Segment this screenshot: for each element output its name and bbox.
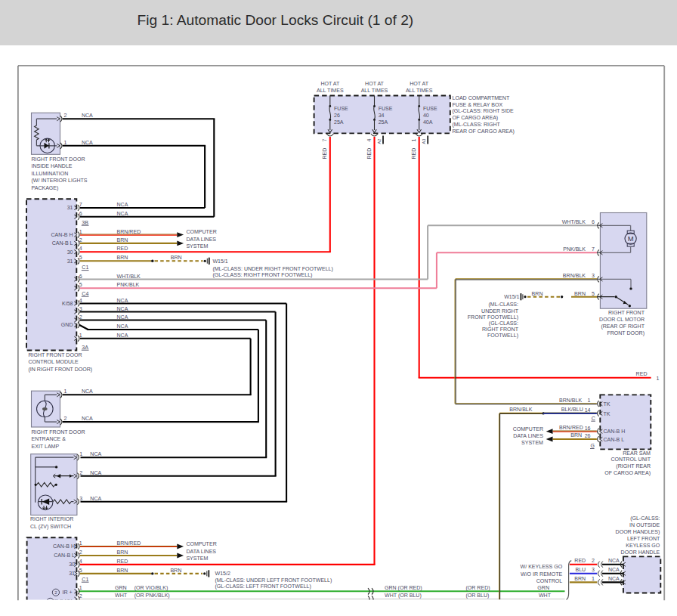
svg-text:NCA: NCA [82, 140, 93, 145]
svg-text:3: 3 [79, 306, 82, 311]
svg-text:PNK/BLK: PNK/BLK [563, 246, 586, 252]
svg-text:4: 4 [366, 139, 372, 142]
svg-text:WHT: WHT [539, 593, 552, 598]
svg-text:RED: RED [117, 246, 128, 251]
svg-text:6: 6 [79, 211, 82, 216]
svg-text:1: 1 [411, 139, 416, 142]
svg-text:5: 5 [79, 568, 82, 573]
svg-text:RED: RED [117, 559, 128, 564]
svg-text:1: 1 [592, 576, 595, 581]
svg-text:BRN: BRN [574, 576, 586, 581]
svg-text:(ML-CLASS:: (ML-CLASS: [488, 302, 518, 308]
svg-text:COMPUTER: COMPUTER [186, 541, 216, 546]
svg-text:1: 1 [63, 140, 66, 145]
svg-text:NCA: NCA [117, 333, 128, 338]
svg-text:DOOR HANDLES): DOOR HANDLES) [616, 529, 660, 535]
svg-text:A2: A2 [377, 139, 382, 144]
svg-text:DOOR CL MOTOR: DOOR CL MOTOR [599, 317, 645, 322]
svg-text:BLK/BLU: BLK/BLU [561, 407, 583, 412]
svg-text:RED: RED [574, 558, 586, 563]
svg-text:NCA: NCA [608, 567, 620, 572]
svg-text:2: 2 [79, 593, 82, 599]
svg-text:34: 34 [379, 113, 385, 118]
svg-text:NCA: NCA [608, 558, 620, 563]
svg-text:2: 2 [592, 558, 595, 563]
svg-text:RED: RED [322, 148, 327, 159]
svg-text:FUSE: FUSE [334, 106, 348, 111]
svg-text:RIGHT FRONT: RIGHT FRONT [482, 327, 519, 332]
svg-text:NCA: NCA [117, 323, 128, 329]
svg-text:BLU: BLU [575, 567, 586, 572]
svg-text:RED: RED [636, 371, 648, 376]
svg-text:40: 40 [423, 113, 429, 118]
svg-text:ALL TIMES: ALL TIMES [317, 88, 344, 93]
svg-text:WHT (OR BLU): WHT (OR BLU) [385, 593, 422, 599]
svg-text:CAN-B H: CAN-B H [603, 429, 625, 434]
svg-text:GRN (OR RED): GRN (OR RED) [385, 585, 422, 591]
svg-text:BRN: BRN [117, 568, 128, 573]
svg-text:CAN-B L: CAN-B L [52, 240, 73, 246]
svg-text:WHT: WHT [115, 593, 128, 598]
svg-text:FRONT DOOR): FRONT DOOR) [607, 330, 645, 336]
svg-text:PNK/BLK: PNK/BLK [117, 282, 140, 287]
svg-text:LOAD COMPARTMENT: LOAD COMPARTMENT [453, 95, 510, 101]
svg-text:25A: 25A [379, 119, 388, 125]
svg-text:31: 31 [67, 205, 73, 210]
svg-text:C4: C4 [82, 291, 88, 296]
svg-text:BRN: BRN [170, 568, 181, 573]
svg-text:NCA: NCA [117, 314, 128, 320]
svg-text:BRN/RED: BRN/RED [559, 425, 583, 430]
svg-text:16: 16 [585, 426, 591, 431]
svg-text:7: 7 [592, 246, 595, 252]
svg-text:A3: A3 [422, 139, 426, 144]
svg-text:NCA: NCA [117, 298, 128, 303]
svg-text:BRN: BRN [117, 549, 128, 555]
svg-text:WHT/BLK: WHT/BLK [562, 219, 586, 224]
svg-text:BRN: BRN [532, 291, 543, 296]
svg-text:NCA: NCA [117, 306, 128, 311]
svg-text:BRN: BRN [570, 432, 582, 438]
svg-text:5: 5 [592, 291, 595, 296]
svg-text:TK: TK [603, 411, 610, 416]
svg-text:(REAR OF RIGHT: (REAR OF RIGHT [601, 323, 645, 330]
svg-text:NCA: NCA [82, 113, 93, 118]
svg-text:2: 2 [79, 314, 82, 320]
svg-text:GRN: GRN [537, 585, 549, 590]
svg-text:7: 7 [79, 202, 82, 207]
svg-text:BRN: BRN [574, 291, 586, 296]
svg-text:HOT AT: HOT AT [365, 81, 384, 86]
svg-text:CL (ZV) SWITCH: CL (ZV) SWITCH [30, 524, 71, 530]
svg-text:(ML-CLASS: UNDER LEFT FRONT FO: (ML-CLASS: UNDER LEFT FRONT FOOTWELL) [215, 577, 332, 583]
svg-text:BRN/RED: BRN/RED [117, 540, 141, 546]
svg-text:M: M [628, 234, 634, 243]
svg-text:1: 1 [79, 540, 82, 546]
svg-text:3: 3 [592, 273, 595, 278]
svg-text:RED: RED [366, 148, 372, 159]
svg-text:DOOR HANDLE: DOOR HANDLE [621, 549, 660, 555]
svg-text:KEYLESS GO: KEYLESS GO [626, 543, 660, 548]
svg-text:SYSTEM: SYSTEM [186, 556, 208, 561]
svg-text:EXIT LAMP: EXIT LAMP [32, 444, 60, 449]
svg-text:LEFT FRONT: LEFT FRONT [627, 536, 660, 541]
svg-text:SYSTEM: SYSTEM [186, 243, 208, 249]
svg-text:FUSE & RELAY BOX: FUSE & RELAY BOX [453, 102, 503, 107]
svg-text:BRN/BLK: BRN/BLK [509, 407, 532, 412]
svg-text:OF CARGO AREA): OF CARGO AREA) [604, 470, 651, 476]
svg-text:RIGHT FRONT: RIGHT FRONT [608, 310, 645, 315]
svg-text:31: 31 [67, 258, 73, 264]
svg-text:2: 2 [79, 549, 82, 555]
svg-text:NCA: NCA [608, 576, 620, 581]
svg-text:5: 5 [79, 282, 82, 287]
svg-text:RIGHT FRONT DOOR: RIGHT FRONT DOOR [29, 352, 82, 358]
svg-text:(OR BLU): (OR BLU) [466, 593, 490, 599]
svg-text:W15/1: W15/1 [504, 294, 519, 299]
svg-text:(OR VIO/BLK): (OR VIO/BLK) [134, 585, 168, 591]
svg-text:1: 1 [79, 229, 82, 234]
svg-text:COMPUTER: COMPUTER [186, 229, 216, 234]
svg-text:NCA: NCA [90, 451, 101, 457]
svg-text:1: 1 [79, 333, 82, 338]
svg-text:CAN-B L: CAN-B L [54, 553, 75, 558]
svg-text:IN OUTSIDE: IN OUTSIDE [629, 522, 660, 528]
svg-text:(GL-CLASS: RIGHT FRONT FOOTWEL: (GL-CLASS: RIGHT FRONT FOOTWELL) [212, 272, 312, 278]
svg-text:2: 2 [79, 237, 82, 243]
